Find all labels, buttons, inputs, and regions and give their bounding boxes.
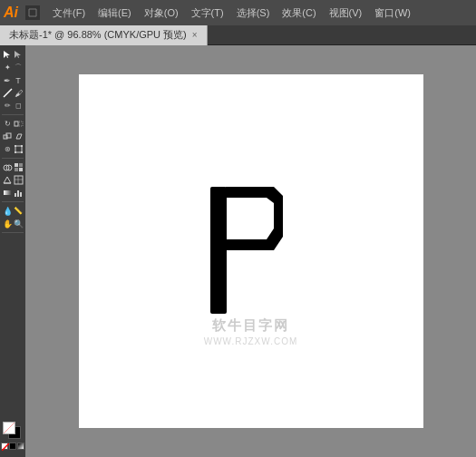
gradient-tool[interactable] — [2, 187, 13, 199]
separator-2 — [2, 158, 24, 159]
foreground-color-swatch[interactable] — [3, 422, 15, 434]
app-icon — [25, 5, 40, 20]
scale-tool[interactable] — [2, 131, 13, 142]
tool-row-11 — [2, 187, 24, 199]
eyedropper-tool[interactable]: 💧 — [2, 205, 13, 217]
tool-row-4: 🖌 — [2, 87, 24, 99]
main-area: ✦ ⌒ ✒ T 🖌 ✏ ◻ ↻ — [0, 45, 476, 457]
line-tool[interactable] — [2, 87, 13, 99]
separator-3 — [2, 201, 24, 202]
tab-close-button[interactable]: × — [192, 30, 198, 40]
tool-row-hand: ✋ 🔍 — [2, 218, 24, 229]
free-transform-tool[interactable] — [13, 143, 24, 155]
tool-row-6: ↻ — [2, 118, 24, 130]
mini-swatches — [1, 442, 24, 450]
svg-rect-15 — [15, 163, 18, 167]
svg-rect-4 — [19, 122, 23, 126]
svg-rect-3 — [15, 122, 18, 126]
separator-4 — [2, 232, 24, 233]
menu-bar: 文件(F) 编辑(E) 对象(O) 文字(T) 选择(S) 效果(C) 视图(V… — [47, 5, 416, 22]
perspective-tool[interactable] — [2, 174, 13, 186]
svg-rect-9 — [15, 145, 16, 147]
watermark-line2: WWW.RJZXW.COM — [204, 336, 298, 346]
chart-tool[interactable] — [13, 187, 24, 199]
svg-marker-0 — [4, 51, 10, 58]
svg-line-28 — [2, 443, 9, 451]
pencil-tool[interactable]: ✏ — [2, 100, 13, 112]
canvas: 软牛目字网 WWW.RJZXW.COM — [79, 74, 423, 428]
tool-row-7 — [2, 131, 24, 142]
tool-row-8: ⊛ — [2, 143, 24, 155]
tab-bar: 未标题-1* @ 96.88% (CMYK/GPU 预览) × — [0, 25, 476, 45]
reflect-tool[interactable] — [13, 118, 24, 130]
menu-file[interactable]: 文件(F) — [47, 5, 91, 22]
paintbrush-tool[interactable]: 🖌 — [13, 87, 24, 99]
gradient-swatch[interactable] — [17, 442, 24, 450]
zoom-tool[interactable]: 🔍 — [13, 218, 24, 229]
eraser-tool[interactable]: ◻ — [13, 100, 24, 112]
menu-object[interactable]: 对象(O) — [139, 5, 184, 22]
svg-rect-8 — [15, 146, 22, 152]
canvas-area: 软牛目字网 WWW.RJZXW.COM — [25, 45, 476, 457]
svg-marker-19 — [4, 177, 11, 183]
tool-row-eyedrop: 💧 📏 — [2, 205, 24, 217]
svg-rect-11 — [15, 151, 16, 153]
color-swatches — [1, 422, 24, 453]
menu-edit[interactable]: 编辑(E) — [92, 5, 137, 22]
svg-rect-10 — [21, 145, 23, 147]
warp-tool[interactable]: ⊛ — [2, 143, 13, 155]
menu-select[interactable]: 选择(S) — [231, 5, 276, 22]
swatch-container[interactable] — [3, 422, 23, 440]
tool-row-10 — [2, 174, 24, 186]
artwork — [192, 178, 310, 325]
title-bar: Ai 文件(F) 编辑(E) 对象(O) 文字(T) 选择(S) 效果(C) 视… — [0, 0, 476, 25]
mesh-tool[interactable] — [13, 174, 24, 186]
svg-rect-18 — [19, 168, 23, 171]
menu-window[interactable]: 窗口(W) — [369, 5, 416, 22]
black-swatch[interactable] — [9, 442, 16, 450]
svg-rect-26 — [17, 190, 19, 197]
magic-wand-tool[interactable]: ✦ — [2, 62, 13, 73]
pen-tool[interactable]: ✒ — [2, 74, 13, 86]
menu-type[interactable]: 文字(T) — [186, 5, 229, 22]
svg-rect-24 — [4, 190, 12, 195]
shear-tool[interactable] — [13, 131, 24, 142]
tool-row-select — [2, 49, 24, 61]
tab-title: 未标题-1* @ 96.88% (CMYK/GPU 预览) — [9, 28, 187, 42]
rotate-tool[interactable]: ↻ — [2, 118, 13, 130]
svg-rect-25 — [15, 193, 16, 197]
document-tab[interactable]: 未标题-1* @ 96.88% (CMYK/GPU 预览) × — [0, 25, 208, 45]
svg-rect-21 — [15, 176, 23, 184]
svg-rect-29 — [210, 187, 227, 314]
svg-rect-12 — [21, 151, 23, 153]
svg-line-2 — [4, 89, 12, 97]
svg-rect-16 — [19, 163, 23, 167]
svg-rect-27 — [20, 192, 22, 197]
tool-row-2: ✦ ⌒ — [2, 62, 24, 73]
menu-view[interactable]: 视图(V) — [324, 5, 368, 22]
live-paint-tool[interactable] — [13, 161, 24, 173]
artwork-svg — [192, 178, 310, 323]
menu-effect[interactable]: 效果(C) — [277, 5, 321, 22]
tool-row-3: ✒ T — [2, 74, 24, 86]
hand-tool[interactable]: ✋ — [2, 218, 13, 229]
svg-marker-7 — [16, 134, 22, 139]
selection-tool[interactable] — [2, 49, 13, 61]
shape-builder-tool[interactable] — [2, 161, 13, 173]
lasso-tool[interactable]: ⌒ — [13, 62, 24, 73]
measure-tool[interactable]: 📏 — [13, 205, 24, 217]
svg-marker-1 — [15, 51, 21, 58]
tool-row-9 — [2, 161, 24, 173]
type-tool[interactable]: T — [13, 74, 24, 86]
tool-row-5: ✏ ◻ — [2, 100, 24, 112]
toolbar: ✦ ⌒ ✒ T 🖌 ✏ ◻ ↻ — [0, 45, 25, 457]
separator-1 — [2, 114, 24, 115]
app-logo: Ai — [4, 5, 18, 21]
none-swatch[interactable] — [1, 442, 8, 450]
direct-select-tool[interactable] — [13, 49, 24, 61]
svg-rect-17 — [15, 168, 18, 171]
